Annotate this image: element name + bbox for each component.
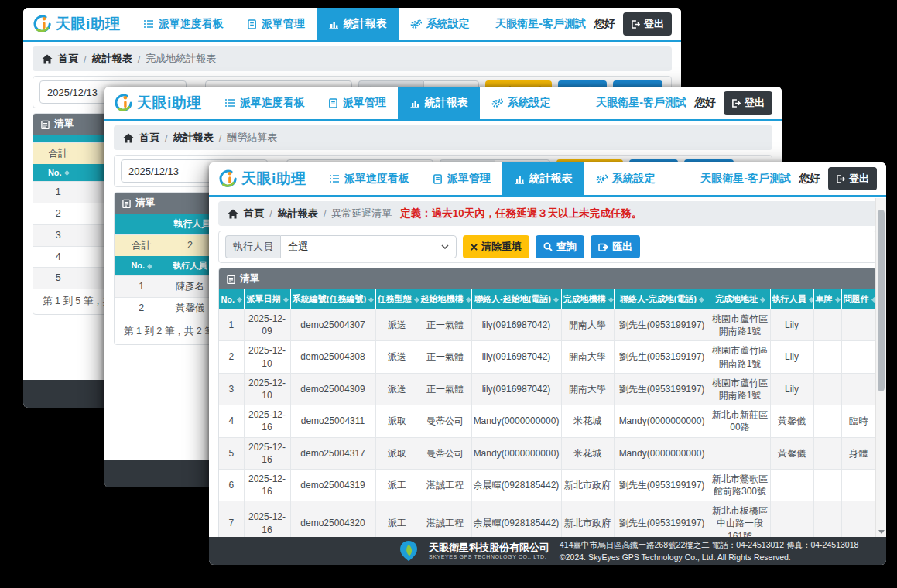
cell-plate [813, 437, 841, 469]
nav-dispatch-board[interactable]: 派單進度看板 [317, 162, 421, 195]
sort-icon[interactable] [282, 297, 288, 303]
column-header[interactable]: 系統編號(任務編號) [290, 289, 375, 309]
sort-icon[interactable] [608, 297, 613, 303]
breadcrumb-section[interactable]: 統計報表 [278, 207, 318, 220]
brand-logo-icon [114, 94, 132, 112]
cell-dispatch-date: 2025-12-16 [244, 469, 290, 501]
row-number: 1 [33, 181, 84, 203]
scroll-up-arrow[interactable] [876, 198, 886, 209]
row-number: 2 [115, 297, 169, 318]
nav-item-label: 統計報表 [529, 172, 573, 186]
sort-icon[interactable] [147, 264, 152, 269]
breadcrumb-section[interactable]: 統計報表 [173, 131, 214, 145]
cell-executor [770, 469, 813, 501]
cell-origin-contact: 余晨暉(0928185442) [471, 469, 561, 501]
column-header[interactable]: 任務型態 [375, 289, 419, 309]
breadcrumb-home[interactable]: 首頁 [244, 207, 264, 220]
breadcrumb-current: 完成地統計報表 [146, 52, 216, 66]
sort-icon[interactable] [368, 297, 374, 303]
clear-button[interactable]: 清除重填 [463, 235, 529, 258]
nav-reports[interactable]: 統計報表 [502, 162, 584, 195]
column-header[interactable]: 聯絡人-完成地(電話) [614, 289, 710, 309]
breadcrumb-section[interactable]: 統計報表 [92, 52, 132, 66]
sort-icon[interactable] [413, 297, 419, 303]
nav-item-label: 派單管理 [343, 96, 386, 110]
logout-button[interactable]: 登出 [828, 167, 877, 190]
cell-no: 2 [219, 341, 244, 373]
cell-executor: 黃馨儀 [770, 405, 813, 437]
search-button[interactable]: 查詢 [536, 235, 584, 258]
nav-dispatch-board[interactable]: 派單進度看板 [132, 8, 235, 40]
sort-icon[interactable] [465, 297, 471, 303]
nav-dispatch-management[interactable]: 派單管理 [317, 87, 398, 119]
scroll-down-arrow[interactable] [876, 526, 886, 537]
nav-dispatch-management[interactable]: 派單管理 [421, 162, 502, 195]
nav-dispatch-management[interactable]: 派單管理 [235, 8, 317, 40]
account-name: 天眼衛星-客戶測試 [596, 96, 686, 110]
breadcrumb-current: 酬勞結算表 [227, 131, 277, 145]
nav-settings[interactable]: 系統設定 [584, 162, 667, 195]
sort-icon[interactable] [834, 297, 840, 303]
column-header[interactable]: 完成地地址 [710, 289, 770, 309]
sort-icon[interactable] [760, 297, 765, 303]
sort-icon[interactable] [808, 297, 813, 303]
export-button[interactable]: 匯出 [591, 235, 640, 258]
breadcrumb-separator: / [84, 53, 87, 65]
column-header[interactable]: 聯絡人-起始地(電話) [471, 289, 561, 309]
cell-origin-contact: Mandy(0000000000) [471, 405, 561, 437]
column-header[interactable]: 派單日期 [244, 289, 290, 309]
logout-icon [731, 99, 741, 108]
column-header[interactable]: 車牌 [813, 289, 841, 309]
empty-cell [115, 214, 169, 235]
logout-button[interactable]: 登出 [724, 91, 772, 115]
nav-settings[interactable]: 系統設定 [480, 87, 563, 119]
nav-item-label: 派單進度看板 [159, 17, 224, 31]
sort-icon[interactable] [64, 170, 70, 176]
filter-field-label: 執行人員 [225, 235, 280, 258]
date-from-value: 2025/12/13 [47, 87, 98, 98]
window-delay-list: 天眼i助理 派單進度看板 派單管理 統計報表 系統設定 [209, 162, 886, 565]
app-logo[interactable]: 天眼i助理 [114, 93, 202, 113]
cell-executor: Lily [770, 373, 813, 405]
nav-settings[interactable]: 系統設定 [399, 8, 481, 40]
home-icon [228, 209, 238, 219]
col-header-no[interactable]: No. [115, 256, 169, 276]
logout-button[interactable]: 登出 [623, 12, 672, 36]
footer-copyright: ©2024. SkyEyes GPS Technology Co., Ltd. … [560, 551, 858, 563]
col-header-no[interactable]: No. [33, 164, 84, 182]
cell-system-id: demo25004319 [290, 469, 375, 501]
cell-destination-org: 米花城 [561, 437, 614, 469]
breadcrumb-home[interactable]: 首頁 [139, 131, 159, 145]
breadcrumb-home[interactable]: 首頁 [58, 52, 78, 66]
breadcrumb-separator: / [324, 208, 327, 220]
nav-item-label: 派單管理 [447, 172, 491, 186]
column-header[interactable]: 起始地機構 [419, 289, 471, 309]
sort-icon[interactable] [699, 297, 704, 303]
nav-dispatch-board[interactable]: 派單進度看板 [213, 87, 317, 119]
list-panel-title: 清單 [240, 272, 259, 285]
nav-reports[interactable]: 統計報表 [317, 8, 399, 40]
column-header[interactable]: 問題件 [841, 289, 876, 309]
col-header-executor[interactable]: 執行人員 [169, 256, 211, 276]
column-header[interactable]: No. [219, 289, 244, 309]
breadcrumb: 首頁 / 統計報表 / 完成地統計報表 [33, 46, 672, 71]
sort-icon[interactable] [553, 297, 559, 303]
app-logo[interactable]: 天眼i助理 [218, 169, 306, 189]
cell-no: 5 [219, 437, 244, 469]
cell-destination-address [710, 437, 770, 469]
executor-filter-select[interactable]: 全選 [280, 235, 457, 258]
column-header[interactable]: 完成地機構 [561, 289, 614, 309]
column-header[interactable]: 執行人員 [770, 289, 813, 309]
cell-task-type: 派取 [375, 437, 419, 469]
cell-destination-contact: 劉先生(0953199197) [614, 469, 710, 501]
nav-reports[interactable]: 統計報表 [398, 87, 480, 119]
document-icon [247, 19, 257, 29]
scroll-thumb[interactable] [878, 210, 885, 391]
table-row: 5 2025-12-16 demo25004317 派取 曼蒂公司 Mandy(… [219, 437, 876, 469]
greeting-text: 您好 [694, 96, 716, 110]
executor-filter-group: 執行人員 全選 [225, 235, 457, 258]
vertical-scrollbar[interactable] [875, 198, 886, 537]
sort-icon[interactable] [237, 297, 242, 303]
app-logo[interactable]: 天眼i助理 [33, 14, 121, 34]
brand-name: 天眼i助理 [241, 169, 306, 189]
